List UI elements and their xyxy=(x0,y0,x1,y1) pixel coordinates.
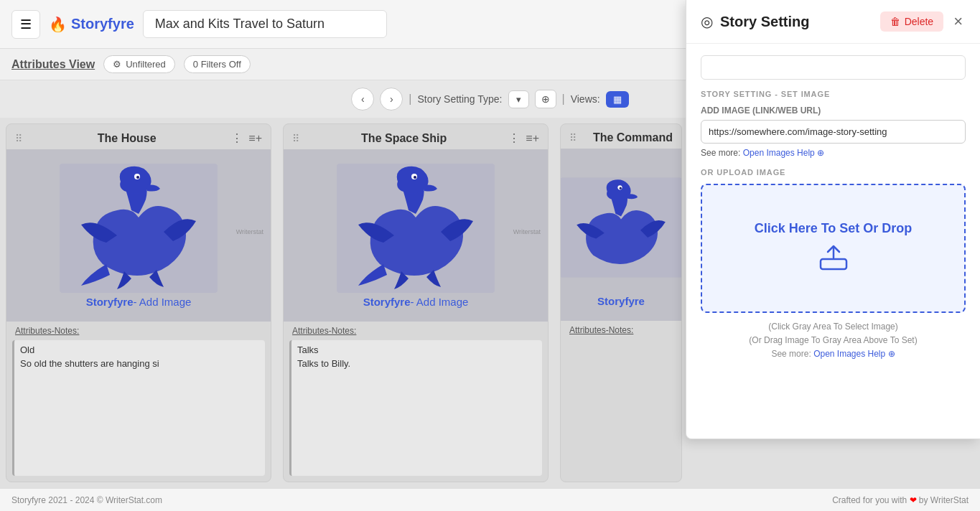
add-image-label-3[interactable]: Storyfyre xyxy=(597,295,645,307)
more-options-icon-2[interactable]: ⋮ xyxy=(508,131,520,145)
section-label-set-image: STORY SETTING - SET IMAGE xyxy=(701,90,966,98)
notes-content-1[interactable]: Old So old the shutters are hanging si xyxy=(12,340,265,476)
flame-icon: 🔥 xyxy=(49,16,67,33)
filter-label: Unfiltered xyxy=(126,59,166,70)
separator-2: | xyxy=(562,93,565,106)
open-images-help-link-2[interactable]: Open Images Help ⊕ xyxy=(813,349,895,359)
card-title-1: The House xyxy=(98,132,157,145)
views-label: Views: xyxy=(571,93,600,105)
footer: Storyfyre 2021 - 2024 © WriterStat.com C… xyxy=(0,488,980,511)
chevron-left-icon: ‹ xyxy=(361,93,365,105)
views-button[interactable]: ▦ xyxy=(606,91,629,108)
sub-section-label-url: ADD IMAGE (LINK/WEB URL) xyxy=(701,106,966,116)
svg-point-5 xyxy=(414,176,416,179)
setting-type-label: Story Setting Type: xyxy=(417,93,502,105)
open-images-help-text-1: Open Images Help xyxy=(743,148,815,158)
card-image-2[interactable]: Writerstat Storyfyre- Add Image xyxy=(284,149,548,322)
help-text-1: See more: xyxy=(701,148,740,158)
chevron-right-icon: › xyxy=(390,93,393,105)
hamburger-icon: ☰ xyxy=(20,17,32,32)
card-header-2: ⠿ The Space Ship ⋮ ≡+ xyxy=(284,124,548,149)
trash-icon: 🗑 xyxy=(890,16,900,27)
delete-label: Delete xyxy=(905,16,933,27)
dragon-svg-3 xyxy=(561,163,681,292)
card-title-2: The Space Ship xyxy=(361,132,447,145)
heart-icon: ❤ xyxy=(910,495,917,505)
drag-handle-1[interactable]: ⠿ xyxy=(15,133,22,144)
setting-name-input[interactable] xyxy=(701,55,966,80)
upload-hint: (Click Gray Area To Select Image) (Or Dr… xyxy=(701,320,966,362)
delete-button[interactable]: 🗑 Delete xyxy=(880,11,943,32)
note-line-1-1: So old the shutters are hanging si xyxy=(20,358,259,369)
card-the-command: ⠿ The Command Storyfyre Attributes-Notes… xyxy=(560,123,682,482)
drag-handle-3[interactable]: ⠿ xyxy=(569,132,577,144)
footer-left: Storyfyre 2021 - 2024 © WriterStat.com xyxy=(11,495,162,505)
notes-label-1: Attributes-Notes: xyxy=(6,322,271,337)
more-options-icon-1[interactable]: ⋮ xyxy=(231,131,243,145)
story-setting-icon: ◎ xyxy=(701,13,713,30)
card-the-house: ⠿ The House ⋮ ≡+ xyxy=(6,123,271,482)
drag-handle-2[interactable]: ⠿ xyxy=(292,133,299,144)
card-title-3: The Command xyxy=(593,131,673,144)
filters-off-label: 0 Filters Off xyxy=(193,59,241,70)
hint-line-1: (Click Gray Area To Select Image) xyxy=(701,320,966,334)
filters-off-button[interactable]: 0 Filters Off xyxy=(184,55,251,73)
separator-1: | xyxy=(409,93,411,106)
side-panel-header: ◎ Story Setting 🗑 Delete × xyxy=(686,0,980,44)
upload-area[interactable]: Click Here To Set Or Drop xyxy=(701,184,966,313)
add-card-icon-1[interactable]: ≡+ xyxy=(248,132,262,145)
card-image-1[interactable]: Writerstat Storyfyre- Add Image xyxy=(6,149,271,322)
image-url-input[interactable] xyxy=(701,120,966,144)
dragon-svg-2 xyxy=(337,164,495,293)
hint-line-2: (Or Drag Image To Gray Area Above To Set… xyxy=(701,334,966,347)
close-icon: × xyxy=(953,12,963,30)
grid-icon: ▦ xyxy=(613,94,622,105)
filter-button[interactable]: ⚙ Unfiltered xyxy=(103,55,175,73)
svg-rect-9 xyxy=(821,259,846,269)
attributes-view-label: Attributes View xyxy=(11,58,95,71)
card-actions-2: ⋮ ≡+ xyxy=(508,131,539,145)
open-images-help-link-1[interactable]: Open Images Help ⊕ xyxy=(743,148,824,158)
add-image-label-2[interactable]: Storyfyre- Add Image xyxy=(363,296,469,308)
upload-text: Click Here To Set Or Drop xyxy=(755,221,913,236)
menu-button[interactable]: ☰ xyxy=(11,10,40,39)
next-button[interactable]: › xyxy=(380,88,403,111)
filter-icon: ⚙ xyxy=(113,59,121,70)
svg-point-8 xyxy=(620,187,622,189)
watermark-2: Writerstat xyxy=(513,228,541,235)
watermark-1: Writerstat xyxy=(236,228,263,235)
brand-name: Storyfyre xyxy=(71,16,134,32)
brand-logo: 🔥 Storyfyre xyxy=(49,16,134,33)
svg-point-2 xyxy=(136,176,139,179)
note-line-2-0: Talks xyxy=(297,344,536,355)
side-panel-title-row: ◎ Story Setting xyxy=(701,13,809,30)
upload-icon xyxy=(819,245,848,276)
note-line-1-0: Old xyxy=(20,344,259,355)
notes-label-2: Attributes-Notes: xyxy=(284,322,548,337)
share-icon: ⊕ xyxy=(541,93,550,105)
side-panel-body: STORY SETTING - SET IMAGE ADD IMAGE (LIN… xyxy=(686,44,980,439)
add-image-label-1[interactable]: Storyfyre- Add Image xyxy=(86,296,192,308)
or-upload-label: OR UPLOAD IMAGE xyxy=(701,168,966,177)
close-panel-button[interactable]: × xyxy=(951,12,966,31)
share-button[interactable]: ⊕ xyxy=(535,90,556,108)
help-link-1: See more: Open Images Help ⊕ xyxy=(701,148,966,158)
dragon-svg-1 xyxy=(60,164,218,293)
hint-see-more: See more: Open Images Help ⊕ xyxy=(701,347,966,361)
dropdown-arrow-icon: ▾ xyxy=(516,94,521,105)
notes-content-2[interactable]: Talks Talks to Billy. xyxy=(289,340,542,476)
side-panel: ◎ Story Setting 🗑 Delete × STORY SETTING… xyxy=(686,0,980,439)
card-header-3: ⠿ The Command xyxy=(561,124,681,149)
story-title[interactable]: Max and Kits Travel to Saturn xyxy=(143,10,387,38)
note-line-2-1: Talks to Billy. xyxy=(297,358,536,369)
side-panel-title: Story Setting xyxy=(720,14,809,30)
card-the-space-ship: ⠿ The Space Ship ⋮ ≡+ Writ xyxy=(283,123,549,482)
card-header-1: ⠿ The House ⋮ ≡+ xyxy=(6,124,271,149)
notes-label-3: Attributes-Notes: xyxy=(561,321,681,337)
prev-button[interactable]: ‹ xyxy=(351,88,374,111)
setting-type-dropdown[interactable]: ▾ xyxy=(508,90,529,108)
card-actions-1: ⋮ ≡+ xyxy=(231,131,262,145)
add-card-icon-2[interactable]: ≡+ xyxy=(526,132,539,145)
footer-right: Crafted for you with ❤ by WriterStat xyxy=(832,495,969,505)
card-image-3[interactable]: Storyfyre xyxy=(561,149,681,321)
